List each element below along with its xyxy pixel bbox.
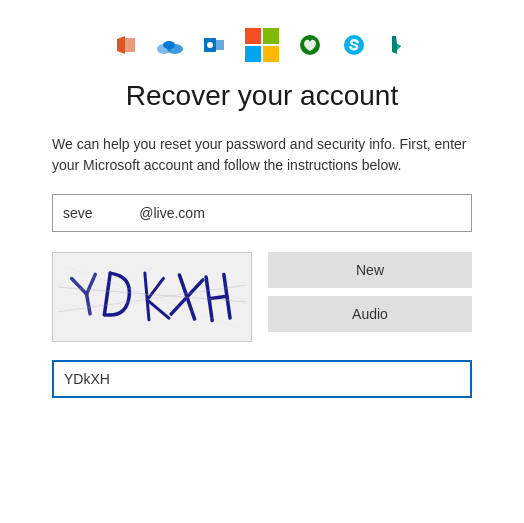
svg-line-12: [145, 278, 165, 299]
svg-line-18: [209, 296, 227, 299]
captcha-buttons-group: New Audio: [268, 252, 472, 332]
top-icons-bar: [113, 28, 411, 62]
svg-line-13: [147, 298, 169, 320]
new-captcha-button[interactable]: New: [268, 252, 472, 288]
xbox-icon: [297, 32, 323, 58]
outlook-icon: [201, 32, 227, 58]
svg-line-10: [104, 273, 110, 315]
onedrive-icon: [157, 32, 183, 58]
page-title: Recover your account: [126, 80, 398, 112]
audio-captcha-button[interactable]: Audio: [268, 296, 472, 332]
description-text: We can help you reset your password and …: [52, 134, 472, 176]
svg-rect-4: [216, 40, 224, 50]
svg-line-7: [72, 276, 87, 296]
captcha-text-input[interactable]: [52, 360, 472, 398]
windows-icon: [245, 28, 279, 62]
svg-point-2: [163, 41, 175, 49]
captcha-section: New Audio: [52, 252, 472, 342]
skype-icon: [341, 32, 367, 58]
email-input[interactable]: [52, 194, 472, 232]
office-icon: [113, 32, 139, 58]
bing-icon: [385, 32, 411, 58]
captcha-image: [52, 252, 252, 342]
svg-line-9: [87, 294, 90, 314]
